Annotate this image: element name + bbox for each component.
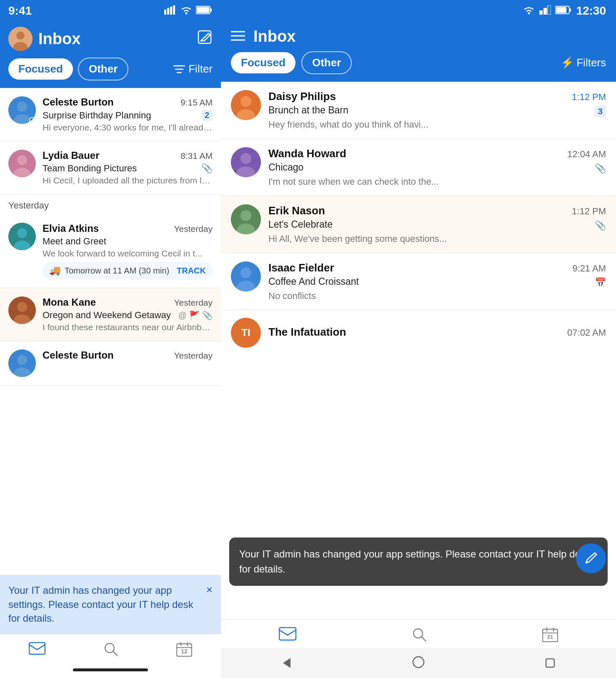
- avatar: [8, 96, 36, 124]
- mail-nav-icon-right[interactable]: [279, 627, 296, 644]
- email-preview: Hi All, We've been getting some question…: [268, 234, 606, 244]
- email-sender: Lydia Bauer: [43, 150, 100, 161]
- avatar: TI: [231, 318, 261, 348]
- avatar: [8, 349, 36, 377]
- list-item[interactable]: Mona Kane Yesterday Oregon and Weekend G…: [0, 288, 221, 341]
- tabs-row-left: Focused Other Filter: [0, 58, 221, 88]
- compose-fab-right[interactable]: [576, 543, 606, 573]
- back-button[interactable]: [279, 655, 294, 670]
- hamburger-icon[interactable]: [231, 28, 245, 45]
- tabs-row-right: Focused Other ⚡ Filters: [221, 51, 616, 82]
- list-item[interactable]: Lydia Bauer 8:31 AM Team Bonding Picture…: [0, 141, 221, 194]
- notification-close-left[interactable]: ×: [206, 583, 213, 596]
- recents-button[interactable]: [543, 655, 558, 670]
- header-title-left: Inbox: [38, 30, 80, 48]
- bottom-nav-right: 21: [221, 619, 616, 648]
- email-subject: Surprise Birthday Planning: [43, 110, 151, 121]
- email-time: 07:02 AM: [567, 327, 606, 338]
- avatar: [8, 223, 36, 250]
- notification-text-left: Your IT admin has changed your app setti…: [8, 583, 201, 625]
- list-item[interactable]: Erik Nason 1:12 PM Let's Celebrate 📎 Hi …: [221, 196, 616, 253]
- svg-rect-6: [210, 8, 212, 12]
- calendar-nav-icon-right[interactable]: 21: [542, 627, 558, 644]
- flag-icon: 🚩: [189, 310, 200, 320]
- signal-icon-left: [164, 4, 177, 18]
- track-row: 🚚 Tomorrow at 11 AM (30 min) TRACK: [43, 262, 213, 279]
- svg-rect-61: [279, 628, 296, 640]
- email-content: Erik Nason 1:12 PM Let's Celebrate 📎 Hi …: [268, 204, 606, 244]
- list-item[interactable]: Wanda Howard 12:04 AM Chicago 📎 I'm not …: [221, 139, 616, 196]
- list-item[interactable]: Celeste Burton 9:15 AM Surprise Birthday…: [0, 88, 221, 141]
- svg-point-31: [105, 643, 114, 653]
- status-bar-left: 9:41: [0, 0, 221, 21]
- tab-focused-left[interactable]: Focused: [8, 58, 73, 80]
- home-button[interactable]: [411, 655, 426, 670]
- time-right: 12:30: [576, 4, 606, 18]
- svg-point-9: [16, 32, 24, 40]
- svg-point-70: [413, 657, 424, 668]
- svg-point-62: [413, 629, 423, 638]
- email-subject: Brunch at the Barn: [268, 105, 348, 116]
- email-sender: Daisy Philips: [268, 90, 336, 103]
- search-nav-icon-left[interactable]: [103, 642, 118, 660]
- truck-icon: 🚚: [49, 265, 60, 276]
- search-nav-icon-right[interactable]: [412, 627, 427, 644]
- calendar-icon: 📅: [595, 277, 606, 288]
- avatar: [231, 204, 261, 234]
- track-button[interactable]: TRACK: [177, 266, 206, 276]
- calendar-nav-icon-left[interactable]: 12: [176, 642, 192, 660]
- wifi-icon-left: [180, 4, 193, 18]
- wifi-icon-right: [523, 4, 535, 18]
- svg-marker-39: [539, 10, 543, 15]
- svg-rect-7: [197, 7, 209, 13]
- email-time: 9:15 AM: [180, 98, 213, 108]
- email-content: Isaac Fielder 9:21 AM Coffee And Croissa…: [268, 261, 606, 301]
- filter-button-right[interactable]: ⚡ Filters: [561, 56, 606, 69]
- compose-icon-left[interactable]: [197, 29, 213, 48]
- svg-point-22: [17, 228, 27, 238]
- email-time: 9:21 AM: [572, 263, 606, 274]
- tab-other-right[interactable]: Other: [301, 51, 352, 74]
- email-time: Yesterday: [174, 351, 213, 361]
- svg-rect-44: [556, 7, 566, 13]
- list-item[interactable]: TI The Infatuation 07:02 AM: [221, 310, 616, 355]
- email-time: 1:12 PM: [572, 92, 606, 103]
- battery-icon-left: [196, 4, 213, 18]
- svg-point-19: [17, 155, 27, 165]
- list-item[interactable]: Daisy Philips 1:12 PM Brunch at the Barn…: [221, 82, 616, 139]
- mention-icon: @: [178, 311, 187, 320]
- email-subject: Coffee And Croissant: [268, 276, 359, 287]
- list-item[interactable]: Celeste Burton Yesterday: [0, 341, 221, 386]
- email-list-left: Celeste Burton 9:15 AM Surprise Birthday…: [0, 88, 221, 575]
- email-content: Celeste Burton Yesterday: [43, 349, 213, 377]
- svg-rect-1: [167, 8, 169, 15]
- home-bar-left: [73, 668, 148, 671]
- android-nav: [221, 648, 616, 678]
- email-preview: I found these restaurants near our Airbn…: [43, 322, 213, 332]
- mail-nav-icon-left[interactable]: [29, 642, 45, 660]
- tooltip-text: Your IT admin has changed your app setti…: [239, 548, 591, 575]
- email-sender: Elvia Atkins: [43, 223, 99, 234]
- header-left: Inbox: [0, 21, 221, 58]
- email-time: Yesterday: [174, 298, 213, 308]
- email-content: Wanda Howard 12:04 AM Chicago 📎 I'm not …: [268, 147, 606, 187]
- email-badge: 3: [594, 105, 606, 117]
- tab-other-left[interactable]: Other: [78, 58, 128, 80]
- email-content: Elvia Atkins Yesterday Meet and Greet We…: [43, 223, 213, 279]
- battery-icon-right: [555, 4, 572, 18]
- email-sender: Celeste Burton: [43, 349, 114, 361]
- tab-focused-right[interactable]: Focused: [231, 52, 295, 73]
- svg-point-58: [240, 267, 251, 278]
- time-left: 9:41: [8, 4, 32, 18]
- filter-button-left[interactable]: Filter: [173, 63, 213, 75]
- attachment-icon: 📎: [202, 310, 213, 320]
- svg-point-25: [17, 302, 27, 312]
- email-badge: 2: [201, 110, 213, 121]
- email-content: The Infatuation 07:02 AM: [268, 326, 606, 340]
- list-item[interactable]: Isaac Fielder 9:21 AM Coffee And Croissa…: [221, 253, 616, 310]
- list-item[interactable]: Elvia Atkins Yesterday Meet and Greet We…: [0, 214, 221, 288]
- email-sender: Wanda Howard: [268, 147, 346, 160]
- user-avatar-left[interactable]: [8, 27, 33, 51]
- email-sender: The Infatuation: [268, 326, 346, 339]
- avatar: [8, 296, 36, 324]
